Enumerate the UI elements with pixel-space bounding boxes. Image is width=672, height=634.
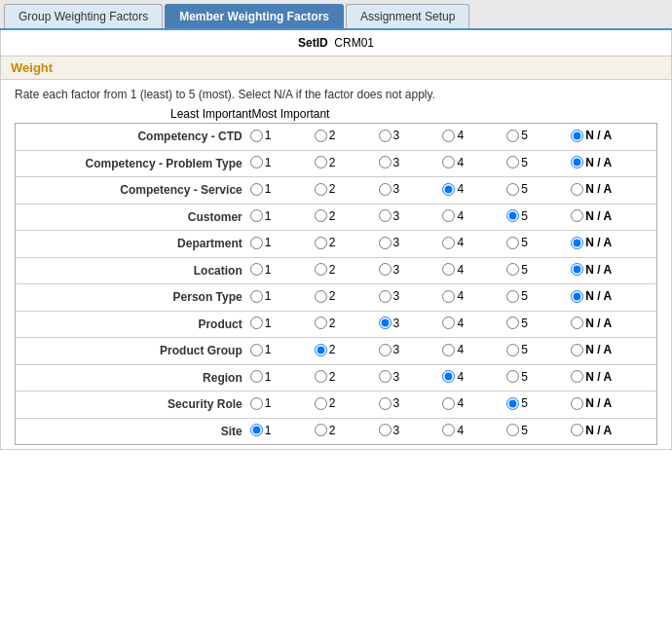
radio-2[interactable] [315,370,327,383]
radio-2[interactable] [315,156,327,168]
radio-cell-5: 5 [503,392,567,419]
table-row: Person Type 1 2 3 4 5 N / A [16,284,657,312]
radio-5[interactable] [506,397,519,410]
radio-cell-3: 3 [375,284,439,312]
radio-1[interactable] [250,370,263,383]
radio-na[interactable] [571,317,583,329]
table-row: Competency - Problem Type 1 2 3 4 5 N / … [16,150,657,177]
radio-2[interactable] [315,397,327,410]
radio-cell-5: 5 [503,338,567,365]
radio-na[interactable] [571,156,583,168]
radio-na[interactable] [571,424,583,436]
radio-cell-4: 4 [438,418,503,445]
radio-3[interactable] [379,263,392,276]
radio-4[interactable] [442,156,455,168]
radio-2[interactable] [315,209,327,222]
radio-5[interactable] [506,290,519,303]
radio-na[interactable] [571,183,583,196]
radio-5[interactable] [506,263,519,276]
radio-3[interactable] [379,370,392,383]
radio-3[interactable] [379,424,392,436]
radio-cell-3: 3 [375,231,439,258]
factor-name: Region [16,364,246,392]
radio-4[interactable] [442,263,455,276]
radio-na[interactable] [571,209,583,222]
radio-cell-na: N / A [567,231,656,258]
radio-5[interactable] [506,183,519,196]
radio-2[interactable] [315,290,327,303]
radio-4[interactable] [442,370,455,383]
tab-bar: Group Weighting Factors Member Weighting… [0,0,672,30]
radio-1[interactable] [250,424,263,436]
radio-1[interactable] [250,397,263,410]
radio-5[interactable] [506,344,519,356]
radio-5[interactable] [506,156,519,168]
radio-5[interactable] [506,209,519,222]
radio-3[interactable] [379,344,392,356]
radio-4[interactable] [442,397,455,410]
radio-3[interactable] [379,156,392,168]
radio-4[interactable] [442,130,455,142]
radio-na[interactable] [571,130,583,142]
radio-1[interactable] [250,183,263,196]
radio-1[interactable] [250,344,263,356]
radio-4[interactable] [442,237,455,249]
radio-3[interactable] [379,130,392,142]
radio-5[interactable] [506,317,519,329]
radio-na[interactable] [571,397,583,410]
radio-4[interactable] [442,183,455,196]
radio-1[interactable] [250,263,263,276]
radio-4[interactable] [442,344,455,356]
radio-2[interactable] [315,263,327,276]
radio-5[interactable] [506,370,519,383]
radio-3[interactable] [379,317,392,329]
radio-cell-2: 2 [311,338,375,365]
factor-name: Security Role [16,392,246,419]
radio-2[interactable] [315,317,327,329]
radio-cell-na: N / A [567,204,656,231]
col-most-label: Most Important [251,107,329,121]
radio-cell-5: 5 [503,257,567,284]
radio-cell-3: 3 [375,338,439,365]
table-row: Competency - CTD 1 2 3 4 5 N / A [16,124,657,151]
radio-4[interactable] [442,424,455,436]
radio-1[interactable] [250,237,263,249]
radio-cell-na: N / A [567,124,656,151]
radio-1[interactable] [250,209,263,222]
radio-3[interactable] [379,237,392,249]
radio-1[interactable] [250,290,263,303]
radio-2[interactable] [315,344,327,356]
radio-4[interactable] [442,209,455,222]
radio-na[interactable] [571,237,583,249]
radio-2[interactable] [315,130,327,142]
radio-cell-5: 5 [503,418,567,445]
tab-assignment-setup[interactable]: Assignment Setup [346,4,469,28]
radio-5[interactable] [506,130,519,142]
radio-3[interactable] [379,183,392,196]
radio-3[interactable] [379,290,392,303]
radio-5[interactable] [506,237,519,249]
tab-member-weighting[interactable]: Member Weighting Factors [165,4,344,28]
radio-2[interactable] [315,183,327,196]
table-row: Region 1 2 3 4 5 N / A [16,364,657,392]
factor-name: Department [16,231,246,258]
radio-4[interactable] [442,290,455,303]
radio-cell-4: 4 [438,177,503,205]
radio-cell-3: 3 [375,392,439,419]
radio-4[interactable] [442,317,455,329]
radio-5[interactable] [506,424,519,436]
radio-na[interactable] [571,263,583,276]
radio-na[interactable] [571,344,583,356]
radio-na[interactable] [571,370,583,383]
radio-2[interactable] [315,424,327,436]
radio-2[interactable] [315,237,327,249]
radio-3[interactable] [379,209,392,222]
radio-1[interactable] [250,130,263,142]
tab-group-weighting[interactable]: Group Weighting Factors [4,4,163,28]
radio-na[interactable] [571,290,583,303]
radio-1[interactable] [250,156,263,168]
radio-cell-1: 1 [246,124,311,151]
radio-3[interactable] [379,397,392,410]
radio-cell-5: 5 [503,150,567,177]
radio-1[interactable] [250,317,263,329]
